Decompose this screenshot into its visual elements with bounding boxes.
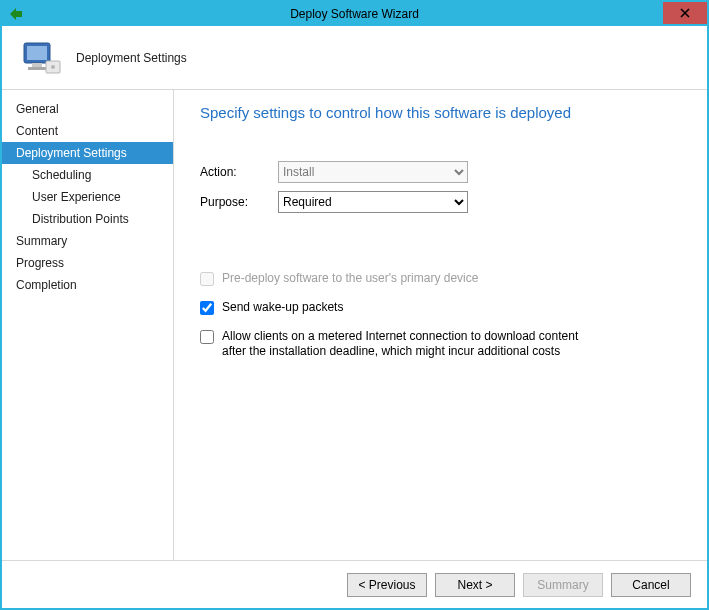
action-select: Install [278, 161, 468, 183]
predeploy-label: Pre-deploy software to the user's primar… [222, 271, 478, 286]
titlebar: Deploy Software Wizard [2, 2, 707, 26]
window-title: Deploy Software Wizard [290, 7, 419, 21]
wizard-footer: < Previous Next > Summary Cancel [2, 560, 707, 608]
wakeup-checkbox[interactable] [200, 301, 214, 315]
nav-item-user-experience[interactable]: User Experience [2, 186, 173, 208]
svg-rect-3 [27, 46, 47, 60]
predeploy-row: Pre-deploy software to the user's primar… [200, 271, 681, 286]
wakeup-row: Send wake-up packets [200, 300, 681, 315]
header-page-label: Deployment Settings [76, 51, 187, 65]
content-title: Specify settings to control how this sof… [200, 104, 681, 121]
nav-item-summary[interactable]: Summary [2, 230, 173, 252]
summary-button: Summary [523, 573, 603, 597]
close-icon [680, 8, 690, 18]
wakeup-label: Send wake-up packets [222, 300, 343, 315]
nav-item-completion[interactable]: Completion [2, 274, 173, 296]
nav-item-progress[interactable]: Progress [2, 252, 173, 274]
purpose-select[interactable]: Required [278, 191, 468, 213]
nav-item-distribution-points[interactable]: Distribution Points [2, 208, 173, 230]
action-row: Action: Install [200, 161, 681, 183]
wizard-nav: GeneralContentDeployment SettingsSchedul… [2, 90, 174, 560]
next-button[interactable]: Next > [435, 573, 515, 597]
nav-item-scheduling[interactable]: Scheduling [2, 164, 173, 186]
action-label: Action: [200, 165, 278, 179]
metered-row: Allow clients on a metered Internet conn… [200, 329, 681, 359]
metered-checkbox[interactable] [200, 330, 214, 344]
nav-item-deployment-settings[interactable]: Deployment Settings [2, 142, 173, 164]
nav-item-general[interactable]: General [2, 98, 173, 120]
predeploy-checkbox [200, 272, 214, 286]
purpose-row: Purpose: Required [200, 191, 681, 213]
previous-button[interactable]: < Previous [347, 573, 427, 597]
cancel-button[interactable]: Cancel [611, 573, 691, 597]
svg-rect-5 [28, 67, 46, 70]
svg-rect-4 [32, 63, 42, 67]
header-band: Deployment Settings [2, 26, 707, 90]
svg-point-7 [51, 65, 55, 69]
computer-icon [20, 37, 62, 79]
metered-label: Allow clients on a metered Internet conn… [222, 329, 582, 359]
wizard-body: GeneralContentDeployment SettingsSchedul… [2, 90, 707, 560]
purpose-label: Purpose: [200, 195, 278, 209]
content-pane: Specify settings to control how this sof… [174, 90, 707, 560]
deploy-software-wizard-window: Deploy Software Wizard Deployment Settin… [0, 0, 709, 610]
wizard-icon [8, 6, 24, 22]
close-button[interactable] [663, 2, 707, 24]
nav-item-content[interactable]: Content [2, 120, 173, 142]
